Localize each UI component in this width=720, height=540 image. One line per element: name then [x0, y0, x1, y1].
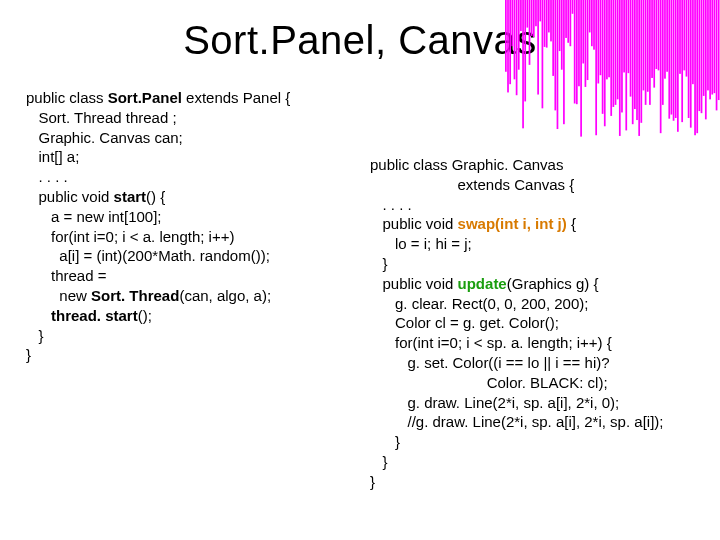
- svg-rect-25: [559, 0, 561, 51]
- t: public void: [26, 188, 114, 205]
- t: new: [26, 287, 91, 304]
- svg-rect-42: [595, 0, 597, 135]
- svg-rect-34: [578, 0, 580, 86]
- svg-rect-12: [531, 0, 533, 36]
- svg-rect-81: [679, 0, 681, 74]
- svg-rect-89: [696, 0, 698, 133]
- svg-rect-8: [522, 0, 524, 128]
- svg-rect-64: [643, 0, 645, 90]
- svg-rect-55: [623, 0, 625, 72]
- t: Color cl = g. get. Color();: [370, 314, 559, 331]
- svg-rect-90: [699, 0, 701, 111]
- t: (can, algo, a);: [179, 287, 271, 304]
- svg-rect-41: [593, 0, 595, 50]
- svg-rect-3: [511, 0, 513, 46]
- svg-rect-77: [671, 0, 673, 115]
- svg-rect-29: [567, 0, 569, 43]
- t: g. draw. Line(2*i, sp. a[i], 2*i, 0);: [370, 394, 619, 411]
- svg-rect-87: [692, 0, 694, 84]
- svg-rect-5: [516, 0, 518, 95]
- t: Sort. Thread thread ;: [26, 109, 177, 126]
- svg-rect-51: [615, 0, 617, 105]
- svg-rect-23: [554, 0, 556, 110]
- svg-rect-24: [557, 0, 559, 129]
- svg-rect-48: [608, 0, 610, 77]
- svg-rect-65: [645, 0, 647, 105]
- svg-rect-4: [514, 0, 516, 79]
- svg-rect-18: [544, 0, 546, 47]
- t: Sort. Thread: [91, 287, 179, 304]
- svg-rect-72: [660, 0, 662, 133]
- t: a = new int[100];: [26, 208, 162, 225]
- svg-rect-22: [552, 0, 554, 76]
- svg-rect-68: [651, 0, 653, 78]
- svg-rect-63: [640, 0, 642, 123]
- svg-rect-14: [535, 0, 537, 26]
- svg-rect-0: [505, 0, 507, 72]
- svg-rect-16: [539, 0, 541, 21]
- t: //g. draw. Line(2*i, sp. a[i], 2*i, sp. …: [370, 413, 663, 430]
- svg-rect-21: [550, 0, 552, 41]
- svg-rect-99: [718, 0, 720, 100]
- svg-rect-6: [518, 0, 520, 70]
- svg-rect-94: [707, 0, 709, 90]
- svg-rect-85: [688, 0, 690, 118]
- svg-rect-43: [597, 0, 599, 83]
- svg-rect-19: [546, 0, 548, 48]
- svg-rect-17: [542, 0, 544, 108]
- svg-rect-11: [529, 0, 531, 65]
- sort-visualization: [505, 0, 720, 138]
- t: int[] a;: [26, 148, 79, 165]
- svg-rect-33: [576, 0, 578, 104]
- svg-rect-86: [690, 0, 692, 128]
- svg-rect-66: [647, 0, 649, 92]
- t: g. set. Color((i == lo || i == hi)?: [370, 354, 610, 371]
- t: }: [370, 433, 400, 450]
- t: public void: [370, 275, 458, 292]
- svg-rect-35: [580, 0, 582, 137]
- t: lo = i; hi = j;: [370, 235, 472, 252]
- svg-rect-76: [668, 0, 670, 119]
- t: {: [567, 215, 576, 232]
- t: Sort.Panel: [108, 89, 182, 106]
- t: public class: [26, 89, 108, 106]
- svg-rect-10: [527, 0, 529, 28]
- svg-rect-70: [656, 0, 658, 69]
- svg-rect-71: [658, 0, 660, 70]
- svg-rect-67: [649, 0, 651, 105]
- svg-rect-79: [675, 0, 677, 118]
- svg-rect-75: [666, 0, 668, 72]
- svg-rect-95: [709, 0, 711, 99]
- t: thread. start: [51, 307, 138, 324]
- svg-rect-83: [683, 0, 685, 70]
- svg-rect-20: [548, 0, 550, 32]
- svg-rect-93: [705, 0, 707, 119]
- t: thread =: [26, 267, 106, 284]
- svg-rect-44: [600, 0, 602, 75]
- svg-rect-57: [628, 0, 630, 73]
- svg-rect-61: [636, 0, 638, 120]
- t: . . . .: [26, 168, 68, 185]
- svg-rect-69: [653, 0, 655, 88]
- svg-rect-47: [606, 0, 608, 79]
- svg-rect-49: [610, 0, 612, 116]
- svg-rect-27: [563, 0, 565, 124]
- t: start: [114, 188, 147, 205]
- t: for(int i=0; i < sp. a. length; i++) {: [370, 334, 612, 351]
- svg-rect-58: [630, 0, 632, 97]
- t: ();: [138, 307, 152, 324]
- svg-rect-84: [686, 0, 688, 77]
- code-left-block: public class Sort.Panel extends Panel { …: [26, 88, 366, 365]
- svg-rect-53: [619, 0, 621, 136]
- code-right-block: public class Graphic. Canvas extends Can…: [370, 155, 710, 492]
- svg-rect-82: [681, 0, 683, 122]
- svg-rect-32: [574, 0, 576, 104]
- svg-rect-1: [507, 0, 509, 92]
- t: Color. BLACK: cl);: [370, 374, 608, 391]
- t: swap(int i, int j): [458, 215, 567, 232]
- svg-rect-46: [604, 0, 606, 126]
- svg-rect-30: [570, 0, 572, 46]
- t: }: [26, 346, 31, 363]
- t: update: [458, 275, 507, 292]
- svg-rect-97: [714, 0, 716, 93]
